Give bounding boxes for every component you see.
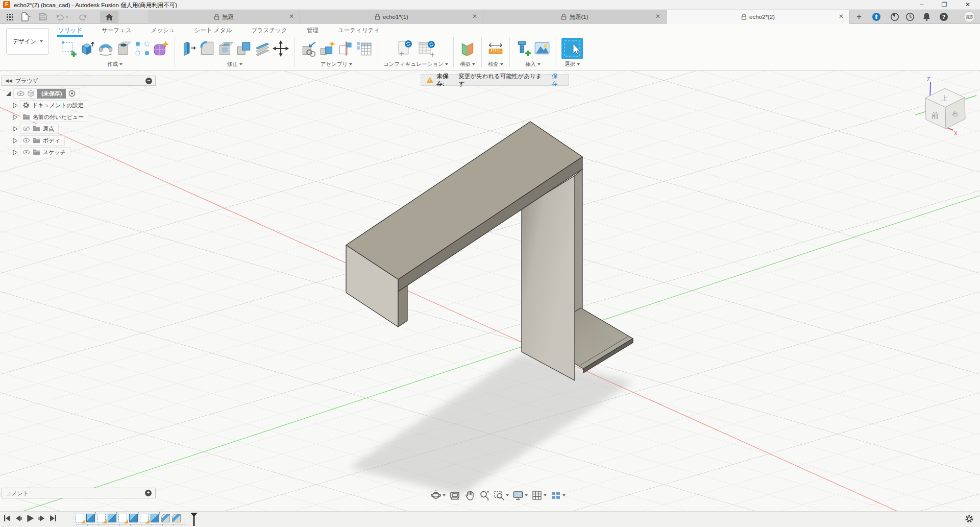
collapse-panel-icon[interactable]: ◀◀ — [5, 78, 12, 83]
history-clock-icon[interactable] — [904, 12, 916, 22]
ribbon-tab-mesh[interactable]: メッシュ — [150, 25, 176, 36]
expander-closed-icon[interactable] — [13, 138, 18, 143]
browser-root-row[interactable]: (未保存) — [2, 88, 156, 99]
step-forward-button[interactable] — [38, 514, 46, 522]
browser-item-origin[interactable]: 原点 — [2, 123, 156, 134]
model-body[interactable] — [346, 122, 633, 380]
browser-item-sketches[interactable]: スケッチ — [2, 147, 156, 158]
configuration-icon[interactable] — [395, 38, 415, 59]
timeline-item-extrude[interactable] — [86, 514, 95, 522]
timeline-settings-gear-icon[interactable] — [965, 514, 974, 525]
look-at-tool[interactable] — [449, 490, 460, 501]
tab-close-icon[interactable]: ✕ — [471, 13, 478, 20]
ribbon-tab-utilities[interactable]: ユーティリティ — [337, 25, 381, 36]
timeline-item-sketch[interactable] — [118, 514, 127, 522]
browser-item-bodies[interactable]: ボディ — [2, 135, 156, 146]
measure-icon[interactable] — [487, 40, 504, 57]
revolve-icon[interactable] — [97, 40, 114, 57]
expander-closed-icon[interactable] — [13, 150, 18, 155]
orbit-tool[interactable] — [430, 490, 446, 501]
visibility-eye-icon[interactable] — [17, 91, 24, 97]
fillet-icon[interactable] — [199, 40, 216, 57]
view-cube[interactable]: 上 前 右 Z X — [915, 75, 979, 139]
ribbon-tab-plastic[interactable]: プラスチック — [250, 25, 288, 36]
add-comment-icon[interactable]: + — [145, 490, 152, 496]
insert-fastener-icon[interactable] — [515, 40, 532, 57]
save-link[interactable]: 保存 — [552, 73, 563, 88]
home-button[interactable] — [100, 11, 118, 23]
activate-target-icon[interactable] — [68, 90, 76, 97]
group-label-inspect[interactable]: 検査 — [488, 61, 503, 68]
combine-icon[interactable] — [235, 40, 253, 57]
user-avatar[interactable]: 寛赤 — [964, 11, 975, 22]
group-label-modify[interactable]: 修正 — [227, 61, 242, 68]
shell-icon[interactable] — [217, 40, 234, 57]
job-status-icon[interactable] — [889, 12, 900, 22]
new-tab-button[interactable]: + — [853, 12, 865, 22]
timeline-position-marker[interactable] — [190, 513, 198, 527]
zoom-tool[interactable] — [479, 490, 490, 501]
insert-component-icon[interactable] — [300, 40, 317, 57]
doc-tab-2[interactable]: echo1*(1) ✕ — [300, 10, 483, 24]
new-component-icon[interactable] — [318, 40, 336, 57]
display-settings[interactable] — [512, 490, 528, 501]
expander-closed-icon[interactable] — [13, 114, 18, 120]
play-button[interactable] — [26, 514, 35, 523]
close-button[interactable]: ✕ — [957, 0, 979, 10]
expander-open-icon[interactable] — [6, 91, 11, 97]
app-grid-menu-icon[interactable] — [6, 12, 14, 22]
group-label-create[interactable]: 作成 — [107, 61, 122, 68]
ribbon-tab-manage[interactable]: 管理 — [306, 25, 320, 36]
go-to-start-button[interactable] — [3, 514, 11, 522]
timeline-item-fillet[interactable] — [161, 514, 170, 522]
browser-header[interactable]: ◀◀ ブラウザ − — [2, 76, 156, 86]
ribbon-tab-surface[interactable]: サーフェス — [101, 25, 133, 36]
expander-closed-icon[interactable] — [13, 126, 18, 132]
grid-settings[interactable] — [531, 490, 547, 501]
move-icon[interactable] — [272, 40, 289, 57]
form-icon[interactable] — [152, 40, 169, 57]
create-sketch-icon[interactable] — [60, 40, 78, 57]
viewports-settings[interactable] — [550, 490, 566, 501]
viewcube-top-label[interactable]: 上 — [941, 94, 948, 102]
notifications-bell-icon[interactable] — [921, 12, 932, 22]
group-label-construct[interactable]: 構築 — [460, 61, 475, 68]
pan-tool[interactable] — [464, 490, 475, 501]
extensions-icon[interactable] — [871, 12, 882, 22]
bom-table-icon[interactable] — [355, 40, 373, 57]
comment-input[interactable] — [6, 490, 145, 496]
tab-close-icon[interactable]: ✕ — [838, 13, 845, 20]
timeline-item-extrude[interactable] — [129, 514, 138, 522]
expander-closed-icon[interactable] — [13, 103, 18, 108]
viewcube-front-label[interactable]: 前 — [932, 111, 939, 119]
canvas-icon[interactable] — [533, 40, 551, 57]
group-label-select[interactable]: 選択 — [565, 61, 580, 68]
redo-icon[interactable] — [75, 12, 88, 22]
doc-tab-3[interactable]: 無題(1) ✕ — [483, 10, 667, 24]
timeline-item-sketch[interactable] — [76, 514, 84, 522]
timeline-item-extrude[interactable] — [108, 514, 116, 522]
group-label-assemble[interactable]: アセンブリ — [321, 61, 353, 68]
group-label-insert[interactable]: 挿入 — [525, 61, 541, 68]
save-icon[interactable] — [39, 12, 47, 22]
select-tool-button[interactable] — [561, 38, 583, 59]
pattern-icon[interactable] — [134, 40, 151, 57]
ribbon-tab-solid[interactable]: ソリッド — [57, 25, 83, 36]
joint-icon[interactable] — [337, 40, 354, 57]
minimize-button[interactable]: – — [911, 0, 933, 10]
step-back-button[interactable] — [14, 514, 22, 522]
press-pull-icon[interactable] — [180, 40, 198, 57]
doc-tab-1[interactable]: 無題 ✕ — [148, 10, 300, 24]
split-body-icon[interactable] — [254, 40, 271, 57]
tab-close-icon[interactable]: ✕ — [654, 13, 662, 20]
doc-tab-4-active[interactable]: echo2*(2) ✕ — [667, 10, 850, 24]
fit-view-tool[interactable] — [494, 490, 509, 501]
timeline-item-sketch[interactable] — [140, 514, 149, 522]
extrude-icon[interactable] — [79, 40, 96, 57]
tab-close-icon[interactable]: ✕ — [288, 13, 295, 20]
construct-plane-icon[interactable] — [459, 40, 476, 57]
viewport-canvas[interactable]: ◀◀ ブラウザ − (未保存) ドキュメントの設定 — [0, 71, 980, 511]
group-label-configure[interactable]: コンフィギュレーション — [383, 61, 448, 68]
browser-item-document-settings[interactable]: ドキュメントの設定 — [2, 100, 156, 111]
ribbon-tab-sheetmetal[interactable]: シート メタル — [193, 25, 233, 36]
